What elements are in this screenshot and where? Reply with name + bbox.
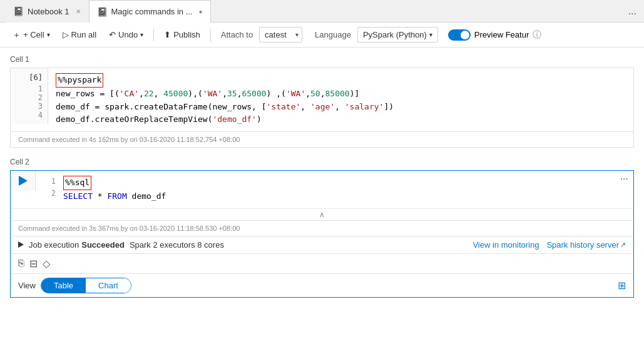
spark-history-link[interactable]: Spark history server ↗ bbox=[546, 240, 626, 250]
cell2-container: 1 2 %%sql SELECT * FROM demo_df ··· ∧ Co… bbox=[10, 170, 634, 298]
job-play-icon bbox=[18, 241, 24, 248]
main-content: Cell 1 [6] 1 2 3 4 %%pyspark new_rows = … bbox=[0, 48, 644, 344]
magic-pyspark: %%pyspark bbox=[56, 73, 103, 88]
cell2-body: 1 2 %%sql SELECT * FROM demo_df ··· bbox=[11, 171, 633, 208]
cell2-exec-date: on 03-16-2020 11:18:58.530 +08:00 bbox=[130, 225, 240, 232]
cell1-code-line2: new_rows = [('CA',22, 45000),('WA',35,65… bbox=[56, 88, 626, 101]
copy-icon[interactable]: ⎘ bbox=[18, 258, 24, 269]
toolbar-separator-2 bbox=[210, 29, 211, 41]
toggle-track[interactable] bbox=[448, 29, 471, 41]
job-execution-label: Job execution bbox=[29, 240, 79, 250]
cell2-lines-wrapper: 1 2 %%sql SELECT * FROM demo_df bbox=[43, 176, 608, 203]
undo-button[interactable]: ↶ Undo ▾ bbox=[104, 28, 148, 42]
tab-notebook1-close[interactable]: ✕ bbox=[76, 8, 81, 15]
run-icon bbox=[19, 176, 28, 186]
view-monitoring-link[interactable]: View in monitoring bbox=[473, 240, 539, 250]
cell1-body: [6] 1 2 3 4 %%pyspark new_rows = [('CA',… bbox=[11, 68, 633, 131]
plus-icon: ＋ bbox=[13, 29, 21, 41]
cell1-execution-count: [6] 1 2 3 4 bbox=[11, 68, 48, 124]
cell2-run-button[interactable] bbox=[11, 171, 36, 191]
magic-sql: %%sql bbox=[63, 176, 91, 190]
attach-to-select[interactable]: catest bbox=[259, 27, 302, 43]
toggle-thumb bbox=[461, 31, 469, 39]
cell1-line1: 1 bbox=[16, 84, 43, 93]
cell2-exec-text: Command executed in 3s 367ms by bbox=[18, 225, 128, 232]
cell1-line3: 3 bbox=[16, 102, 43, 111]
cell2-line2: SELECT * FROM demo_df bbox=[63, 190, 166, 203]
cell2-collapse-button[interactable]: ∧ bbox=[11, 208, 633, 220]
language-label: Language bbox=[315, 30, 351, 39]
select-kw: SELECT bbox=[63, 191, 93, 201]
cell1-exec-text: Command executed in 4s 162ms by bbox=[18, 136, 128, 143]
publish-button[interactable]: ⬆ Publish bbox=[159, 28, 205, 42]
cell1-code-line3: demo_df = spark.createDataFrame(new_rows… bbox=[56, 101, 626, 114]
view-label: View bbox=[18, 281, 36, 290]
run-all-label: Run all bbox=[71, 30, 96, 39]
add-cell-button[interactable]: ＋ + Cell ▾ bbox=[8, 27, 55, 43]
tab-magic-close[interactable]: ● bbox=[199, 8, 203, 15]
cell1-code-line1: %%pyspark bbox=[56, 73, 626, 88]
cell1-container: [6] 1 2 3 4 %%pyspark new_rows = [('CA',… bbox=[10, 68, 634, 148]
language-dropdown-icon: ▾ bbox=[429, 31, 432, 38]
cell2-linenum1: 1 bbox=[43, 176, 56, 188]
cell-dropdown-icon: ▾ bbox=[47, 31, 50, 38]
tab-magic-commands-label: Magic commands in ... bbox=[111, 7, 193, 16]
cell1-exec-date: on 03-16-2020 11:18:52.754 +08:00 bbox=[130, 136, 240, 143]
cell1-exec-num: [6] bbox=[16, 73, 43, 82]
toolbar-separator-1 bbox=[153, 29, 154, 41]
language-value: PySpark (Python) bbox=[363, 30, 427, 39]
preview-toggle[interactable]: Preview Featur ⓘ bbox=[448, 29, 541, 41]
cell1-code-line4: demo_df.createOrReplaceTempView('demo_df… bbox=[56, 113, 626, 126]
cell2-toolbar: ⎘ ⊟ ◇ bbox=[11, 253, 633, 273]
cell2-code-lines: %%sql SELECT * FROM demo_df bbox=[63, 176, 166, 203]
publish-icon: ⬆ bbox=[164, 30, 171, 39]
cell2-meta: Command executed in 3s 367ms by on 03-16… bbox=[11, 220, 633, 236]
view-bar: View Table Chart ⊞ bbox=[11, 273, 633, 297]
clear-icon[interactable]: ◇ bbox=[43, 258, 50, 270]
filter-icon[interactable]: ⊟ bbox=[29, 258, 38, 270]
preview-label: Preview Featur bbox=[474, 30, 529, 39]
preview-info-icon: ⓘ bbox=[533, 29, 541, 41]
notebook-icon: 📓 bbox=[13, 6, 24, 16]
cell2-code[interactable]: 1 2 %%sql SELECT * FROM demo_df bbox=[36, 171, 615, 208]
cell2-line1: %%sql bbox=[63, 176, 166, 190]
job-status-bar: Job execution Succeeded Spark 2 executor… bbox=[11, 236, 633, 253]
view-chart-button[interactable]: Chart bbox=[86, 278, 131, 293]
cell2-linenum2: 2 bbox=[43, 188, 56, 200]
attach-to-select-wrapper: catest bbox=[259, 27, 302, 43]
spark-history-label: Spark history server bbox=[546, 240, 619, 250]
cell1-line4: 4 bbox=[16, 111, 43, 119]
cell2-more-button[interactable]: ··· bbox=[615, 171, 633, 187]
toolbar: ＋ + Cell ▾ ▷ Run all ↶ Undo ▾ ⬆ Publish … bbox=[0, 23, 644, 48]
external-link-icon: ↗ bbox=[620, 241, 626, 249]
run-all-button[interactable]: ▷ Run all bbox=[58, 28, 101, 42]
tab-magic-commands[interactable]: 📓 Magic commands in ... ● bbox=[89, 0, 211, 23]
add-cell-label: + Cell bbox=[23, 30, 44, 39]
cell1-meta: Command executed in 4s 162ms by on 03-16… bbox=[11, 131, 633, 147]
undo-dropdown-icon: ▾ bbox=[140, 31, 143, 38]
publish-label: Publish bbox=[173, 30, 200, 39]
language-button[interactable]: PySpark (Python) ▾ bbox=[357, 27, 438, 43]
tab-notebook1[interactable]: 📓 Notebook 1 ✕ bbox=[5, 0, 89, 23]
run-all-icon: ▷ bbox=[63, 30, 69, 39]
cell1-line2: 2 bbox=[16, 93, 43, 102]
attach-to-label: Attach to bbox=[221, 30, 253, 39]
cell1-label: Cell 1 bbox=[10, 55, 634, 64]
undo-label: Undo bbox=[118, 30, 138, 39]
export-icon[interactable]: ⊞ bbox=[618, 280, 626, 291]
view-table-button[interactable]: Table bbox=[41, 278, 86, 293]
job-executors-value: Spark 2 executors 8 cores bbox=[130, 240, 224, 250]
magic-notebook-icon: 📓 bbox=[97, 7, 108, 17]
undo-icon: ↶ bbox=[109, 30, 116, 39]
tab-bar: 📓 Notebook 1 ✕ 📓 Magic commands in ... ●… bbox=[0, 0, 644, 23]
cell2-line-numbers: 1 2 bbox=[43, 176, 56, 200]
view-toggle-group: Table Chart bbox=[41, 278, 131, 293]
job-status-value: Succeeded bbox=[81, 240, 125, 250]
cell1-code[interactable]: %%pyspark new_rows = [('CA',22, 45000),(… bbox=[48, 68, 633, 131]
cell2-label: Cell 2 bbox=[10, 158, 634, 166]
tab-notebook1-label: Notebook 1 bbox=[28, 7, 69, 16]
from-kw: FROM bbox=[107, 191, 126, 201]
tab-overflow-button[interactable]: ... bbox=[626, 6, 639, 17]
